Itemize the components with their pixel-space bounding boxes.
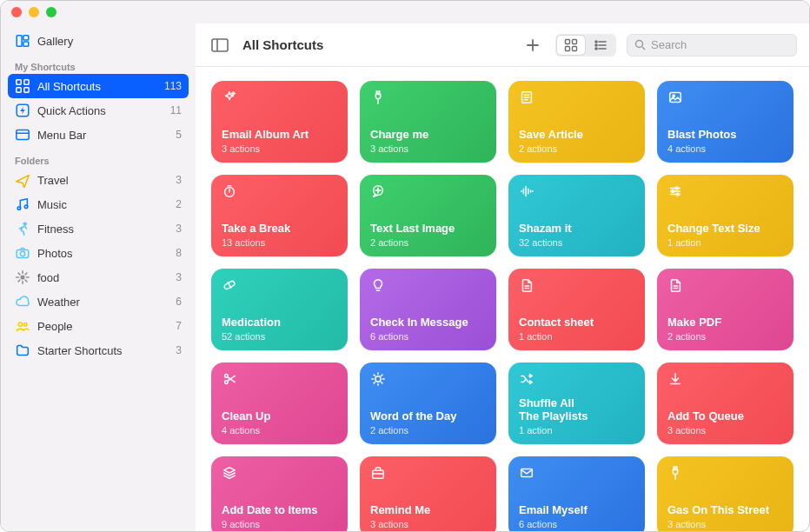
shortcut-card[interactable]: Shuffle AllThe Playlists 1 action — [508, 362, 645, 444]
svg-line-49 — [228, 283, 231, 288]
shortcut-text: Contact sheet 1 action — [519, 316, 634, 342]
shortcut-card[interactable]: Email Myself 6 actions — [508, 456, 645, 531]
sidebar-folder-fitness[interactable]: Fitness 3 — [8, 216, 189, 241]
shortcut-title: Shazam it — [519, 223, 634, 236]
sidebar-folder-weather[interactable]: Weather 6 — [8, 289, 189, 314]
shortcut-card[interactable]: Word of the Day 2 actions — [360, 362, 496, 444]
stack-icon — [222, 465, 239, 482]
shortcut-text: Check In Message 6 actions — [370, 316, 486, 342]
search-field[interactable]: Search — [627, 34, 797, 57]
minimize-window-button[interactable] — [29, 7, 39, 17]
add-shortcut-button[interactable] — [521, 35, 545, 56]
shortcut-card[interactable]: Check In Message 6 actions — [360, 269, 496, 350]
svg-point-43 — [675, 187, 678, 190]
sidebar-folder-music[interactable]: Music 2 — [8, 192, 189, 216]
shortcut-text: Make PDF 2 actions — [667, 316, 783, 342]
svg-rect-3 — [17, 80, 21, 84]
svg-point-14 — [20, 251, 24, 256]
shortcut-title: Shuffle AllThe Playlists — [519, 397, 634, 423]
doc-icon — [519, 277, 536, 295]
sidebar-item-quick-actions[interactable]: Quick Actions 11 — [8, 98, 189, 123]
grid-view-button[interactable] — [557, 36, 585, 55]
shortcut-title: Email Album Art — [222, 129, 337, 142]
shortcut-card[interactable]: Clean Up 4 actions — [211, 362, 348, 444]
sidebar-item-count: 113 — [164, 80, 182, 92]
people-icon — [15, 318, 30, 334]
sidebar: Gallery My Shortcuts All Shortcuts 113 Q… — [1, 23, 196, 531]
svg-rect-58 — [373, 470, 384, 478]
sidebar-item-count: 5 — [176, 129, 182, 141]
toggle-sidebar-button[interactable] — [208, 35, 232, 56]
shortcut-title: Contact sheet — [519, 316, 634, 329]
shortcut-subtitle: 9 actions — [222, 519, 337, 529]
shortcut-title: Text Last Image — [370, 223, 486, 236]
shortcut-text: Add To Queue 3 actions — [667, 410, 783, 436]
sidebar-folder-people[interactable]: People 7 — [8, 314, 189, 338]
shortcut-subtitle: 3 actions — [667, 519, 783, 529]
shortcut-subtitle: 6 actions — [370, 331, 486, 342]
sidebar-item-label: Photos — [37, 247, 169, 260]
svg-point-11 — [24, 205, 28, 209]
sidebar-item-label: All Shortcuts — [37, 80, 157, 93]
shortcut-card[interactable]: Gas On This Street 3 actions — [657, 456, 793, 531]
svg-point-32 — [636, 41, 643, 48]
shortcut-title: Word of the Day — [370, 410, 486, 423]
shortcut-subtitle: 3 actions — [222, 143, 337, 154]
sidebar-item-all-shortcuts[interactable]: All Shortcuts 113 — [8, 74, 189, 98]
sidebar-item-count: 7 — [176, 320, 182, 332]
shortcut-card[interactable]: Change Text Size 1 action — [657, 175, 793, 256]
shortcut-card[interactable]: Take a Break 13 actions — [211, 175, 348, 256]
shortcut-card[interactable]: Blast Photos 4 actions — [657, 81, 793, 163]
sidebar-item-count: 3 — [176, 271, 182, 283]
sidebar-folder-travel[interactable]: Travel 3 — [8, 168, 189, 192]
shortcut-card[interactable]: Save Article 2 actions — [508, 81, 645, 163]
list-view-button[interactable] — [587, 36, 614, 55]
sidebar-folder-photos[interactable]: Photos 8 — [8, 241, 189, 265]
svg-rect-25 — [573, 46, 577, 50]
sidebar-section-my-shortcuts: My Shortcuts — [8, 53, 189, 74]
svg-rect-1 — [23, 36, 29, 40]
sidebar-item-gallery[interactable]: Gallery — [8, 29, 189, 53]
close-window-button[interactable] — [11, 7, 22, 17]
sidebar-item-count: 11 — [170, 104, 182, 116]
sidebar-item-label: Quick Actions — [37, 104, 163, 117]
bolt-square-icon — [15, 103, 30, 118]
svg-line-33 — [642, 47, 645, 50]
shortcut-card[interactable]: Add Date to Items 9 actions — [211, 456, 348, 531]
svg-point-17 — [23, 323, 27, 326]
shortcut-card[interactable]: Make PDF 2 actions — [657, 269, 793, 350]
shortcut-card[interactable]: Add To Queue 3 actions — [657, 362, 793, 444]
shortcut-card[interactable]: Charge me 3 actions — [360, 81, 496, 163]
shortcut-card[interactable]: Remind Me 3 actions — [360, 456, 496, 531]
fullscreen-window-button[interactable] — [46, 7, 56, 17]
svg-point-47 — [676, 193, 679, 196]
timer-icon — [222, 183, 239, 201]
shortcut-subtitle: 3 actions — [370, 519, 486, 529]
shortcut-card[interactable]: Shazam it 32 actions — [508, 175, 645, 256]
window-titlebar — [1, 1, 809, 23]
sidebar-item-menu-bar[interactable]: Menu Bar 5 — [8, 123, 189, 147]
mail-icon — [519, 465, 536, 482]
camera-icon — [15, 245, 30, 261]
shortcut-card[interactable]: Text Last Image 2 actions — [360, 175, 496, 256]
sidebar-section-folders: Folders — [8, 147, 189, 168]
pill-icon — [222, 277, 239, 295]
shortcut-text: Word of the Day 2 actions — [370, 410, 486, 436]
shortcut-card[interactable]: Contact sheet 1 action — [508, 269, 645, 350]
menubar-icon — [15, 127, 30, 143]
sliders-icon — [667, 183, 685, 201]
shortcut-card[interactable]: Email Album Art 3 actions — [211, 81, 348, 163]
shortcut-text: Gas On This Street 3 actions — [667, 504, 783, 529]
shortcut-card[interactable]: Medication 52 actions — [211, 269, 348, 350]
sidebar-folder-food[interactable]: food 3 — [8, 265, 189, 289]
sidebar-item-label: Menu Bar — [37, 129, 169, 142]
sidebar-item-label: Weather — [37, 296, 169, 309]
sidebar-folder-starter-shortcuts[interactable]: Starter Shortcuts 3 — [8, 338, 189, 362]
svg-rect-38 — [670, 93, 681, 103]
bulb-icon — [370, 277, 388, 295]
shortcut-text: Blast Photos 4 actions — [667, 129, 783, 154]
sidebar-item-count: 3 — [176, 344, 182, 356]
shuffle-icon — [519, 371, 536, 389]
shortcut-text: Clean Up 4 actions — [222, 410, 337, 436]
shortcut-title: Medication — [222, 316, 337, 329]
